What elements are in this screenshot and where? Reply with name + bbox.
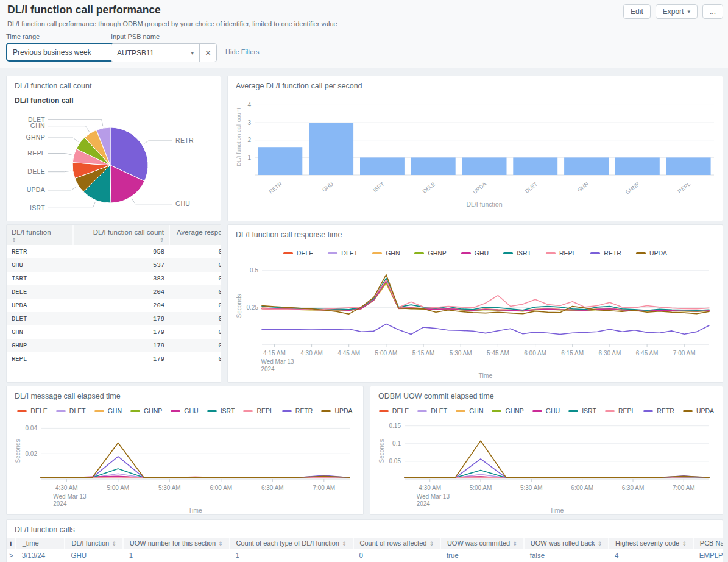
legend-item-REPL[interactable]: REPL	[605, 407, 635, 414]
table-row[interactable]: GHNP1790.264652	[7, 339, 221, 352]
legend-item-DELE[interactable]: DELE	[17, 407, 47, 414]
calls-column-header-uow-was-committed[interactable]: UOW was committed⇕	[440, 538, 524, 549]
table-row[interactable]: DLET1790.264652	[7, 312, 221, 325]
export-button[interactable]: Export▾	[656, 4, 698, 19]
bar-DLET[interactable]	[513, 157, 557, 175]
pie-leader-line	[48, 171, 71, 172]
legend-item-GHNP[interactable]: GHNP	[130, 407, 162, 414]
y-tick-label: 4	[247, 102, 251, 108]
edit-button[interactable]: Edit	[623, 4, 651, 19]
legend-item-GHN[interactable]: GHN	[94, 407, 122, 414]
table-row[interactable]: RETR9580.074003	[7, 245, 221, 258]
calls-column-header-pcb-name[interactable]: PCB Name⇕	[693, 538, 723, 549]
x-tick-label: 7:00 AM	[673, 485, 695, 491]
column-label: UOW number for this section	[130, 539, 216, 547]
table-cell: 179	[73, 312, 169, 325]
hide-filters-link[interactable]: Hide Filters	[225, 48, 260, 55]
clear-filter-button[interactable]: ✕	[199, 44, 216, 62]
bar-GHNP[interactable]	[615, 157, 660, 175]
legend-swatch	[683, 410, 693, 412]
psb-name-select[interactable]: AUTPSB11 ▾	[111, 44, 199, 62]
bar-UPDA[interactable]	[462, 157, 507, 175]
table-row[interactable]: DELE2040.226966	[7, 285, 221, 299]
legend-item-REPL[interactable]: REPL	[243, 407, 273, 414]
legend-label: REPL	[559, 249, 576, 257]
table-row[interactable]: REPL1790.264652	[7, 352, 221, 366]
x-axis-date-label: 2024	[417, 500, 431, 507]
expand-row-icon[interactable]: >	[7, 549, 16, 562]
legend-item-RETR[interactable]: RETR	[643, 407, 674, 414]
chart-legend: DELEDLETGHNGHNPGHUISRTREPLRETRUPDA	[7, 407, 363, 414]
legend-item-GHU[interactable]: GHU	[171, 407, 198, 414]
close-icon: ✕	[205, 49, 211, 57]
sort-icon: ⇕	[512, 541, 517, 547]
x-axis-date-label: 2024	[53, 500, 67, 507]
legend-item-DELE[interactable]: DELE	[283, 249, 313, 257]
legend-swatch	[568, 410, 578, 412]
legend-item-DLET[interactable]: DLET	[56, 407, 86, 414]
x-tick-label: 6:00 AM	[571, 485, 593, 491]
calls-column-header-count-of-rows-affected[interactable]: Count of rows affected⇕	[353, 538, 440, 549]
bar-REPL[interactable]	[666, 157, 711, 175]
sort-icon: ⇕	[342, 541, 347, 547]
bar-RETR[interactable]	[258, 147, 302, 175]
psb-name-label: Input PSB name	[111, 33, 160, 40]
table-cell: 0.264652	[169, 352, 221, 366]
y-tick-label: 2	[247, 137, 251, 143]
pie-leader-line	[48, 202, 95, 208]
legend-item-UPDA[interactable]: UPDA	[321, 407, 352, 414]
legend-item-UPDA[interactable]: UPDA	[636, 249, 667, 257]
more-options-button[interactable]: ...	[702, 4, 723, 19]
legend-item-GHU[interactable]: GHU	[532, 407, 560, 414]
table-row[interactable]: ISRT3830.244579	[7, 272, 221, 285]
chart-legend: DELEDLETGHNGHNPGHUISRTREPLRETRUPDA	[370, 407, 723, 414]
bar-GHU[interactable]	[309, 123, 353, 175]
legend-item-GHNP[interactable]: GHNP	[414, 249, 446, 257]
legend-swatch	[590, 252, 600, 254]
x-tick-label: DLET	[524, 180, 539, 194]
legend-item-UPDA[interactable]: UPDA	[683, 407, 714, 414]
table-cell: 0.264652	[169, 312, 221, 325]
legend-item-GHN[interactable]: GHN	[456, 407, 483, 414]
table-row[interactable]: GHU5370.264652	[7, 258, 221, 272]
calls-column-header-count-of-each-type-of-dl-i-function[interactable]: Count of each type of DL/I function⇕	[230, 538, 353, 549]
line-series-ISRT	[262, 278, 709, 310]
calls-column-header-highest-severity-code[interactable]: Highest severity code⇕	[609, 538, 693, 549]
legend-item-DELE[interactable]: DELE	[379, 407, 409, 414]
y-tick-label: 0.5	[250, 267, 258, 274]
legend-item-GHNP[interactable]: GHNP	[492, 407, 523, 414]
summary-column-header[interactable]: DL/I function call count⇕	[73, 225, 169, 245]
table-cell: 958	[73, 245, 169, 258]
panel-response-time: DL/I function call response time DELEDLE…	[227, 224, 723, 383]
summary-column-header[interactable]: DL/I function⇕	[7, 225, 73, 245]
legend-item-DLET[interactable]: DLET	[328, 249, 358, 257]
table-row[interactable]: UPDA2040.226966	[7, 299, 221, 312]
legend-item-ISRT[interactable]: ISRT	[503, 249, 531, 257]
bar-GHN[interactable]	[564, 157, 609, 175]
legend-swatch	[503, 252, 513, 254]
calls-column-header-uow-number-for-this-section[interactable]: UOW number for this section⇕	[123, 538, 230, 549]
legend-item-GHN[interactable]: GHN	[372, 249, 400, 257]
legend-item-ISRT[interactable]: ISRT	[568, 407, 596, 414]
bar-ISRT[interactable]	[360, 157, 405, 175]
calls-column-header-dl-i-function[interactable]: DL/I function⇕	[65, 538, 122, 549]
pie-label-RETR: RETR	[175, 137, 194, 144]
legend-item-REPL[interactable]: REPL	[546, 249, 576, 257]
bar-DELE[interactable]	[411, 157, 456, 175]
time-range-select[interactable]: Previous business week ▾	[6, 43, 122, 62]
panel-title: ODBM UOW commit elapsed time	[378, 392, 494, 400]
pie-label-DELE: DELE	[27, 168, 45, 175]
table-cell: 0.074003	[169, 245, 221, 258]
calls-column-header-uow-was-rolled-back[interactable]: UOW was rolled back⇕	[524, 538, 609, 549]
table-row[interactable]: GHN1790.264652	[7, 325, 221, 339]
summary-column-header[interactable]: Average response time⇕	[169, 225, 221, 245]
legend-item-GHU[interactable]: GHU	[461, 249, 489, 257]
legend-item-RETR[interactable]: RETR	[282, 407, 313, 414]
legend-swatch	[56, 410, 66, 412]
legend-item-DLET[interactable]: DLET	[417, 407, 447, 414]
legend-item-ISRT[interactable]: ISRT	[207, 407, 235, 414]
legend-item-RETR[interactable]: RETR	[590, 249, 621, 257]
pie-leader-line	[48, 138, 79, 142]
sort-icon: ⇕	[598, 541, 603, 547]
x-tick-label: 6:30 AM	[599, 350, 621, 357]
